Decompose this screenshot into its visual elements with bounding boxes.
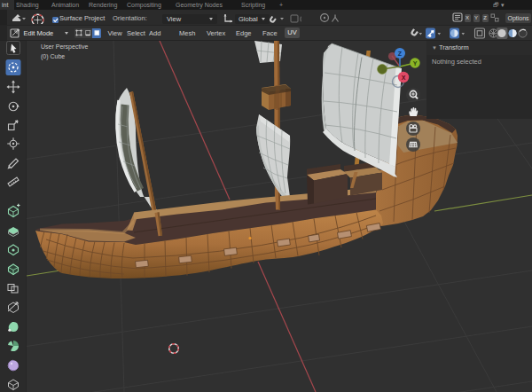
svg-text:Y: Y bbox=[413, 60, 418, 67]
svg-text:X: X bbox=[402, 74, 406, 81]
svg-text:Z: Z bbox=[398, 51, 403, 57]
